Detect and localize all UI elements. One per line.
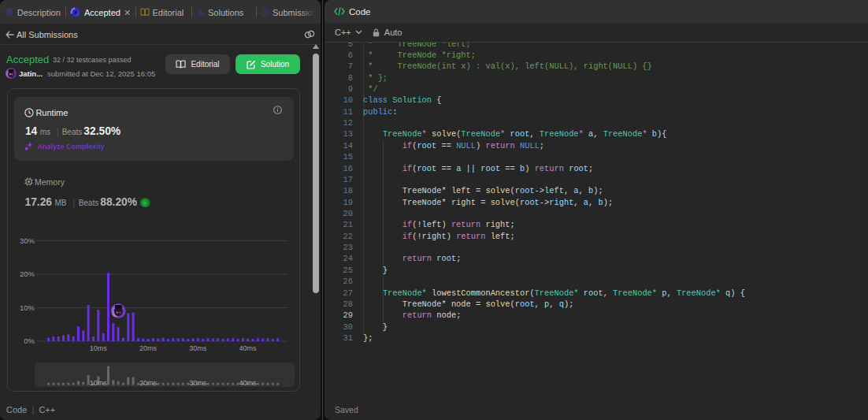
svg-text:40ms: 40ms <box>239 379 258 387</box>
svg-text:20ms: 20ms <box>139 379 158 387</box>
svg-text:30ms: 30ms <box>189 379 207 387</box>
svg-text:10ms: 10ms <box>90 379 108 387</box>
